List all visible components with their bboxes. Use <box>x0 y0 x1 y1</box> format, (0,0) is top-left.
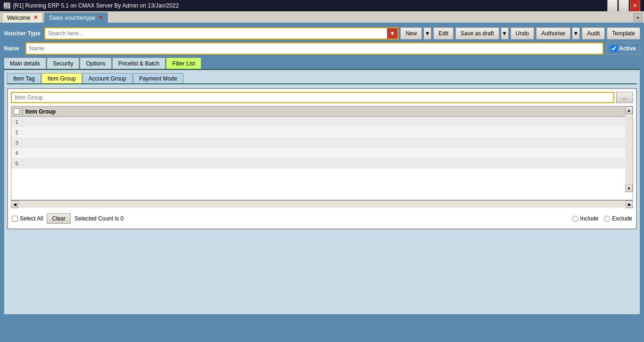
tab-filter-list[interactable]: Filter List <box>166 57 201 69</box>
table-row: 3 <box>11 138 633 148</box>
window-controls: ─ □ ✕ <box>607 0 640 12</box>
horizontal-scrollbar[interactable]: ◀ ▶ <box>11 200 633 208</box>
bottom-bar: Select All Clear Selected Count is 0 Inc… <box>11 212 633 226</box>
name-row: Name Active <box>4 42 640 55</box>
table-row: 2 <box>11 127 633 138</box>
scroll-track-v <box>625 114 633 185</box>
tab-options[interactable]: Options <box>80 57 111 69</box>
item-group-grid: Item Group 1 2 3 4 <box>11 106 633 200</box>
header-checkbox <box>11 106 23 116</box>
select-all-label: Select All <box>20 215 43 222</box>
minimize-button[interactable]: ─ <box>607 0 618 12</box>
voucher-type-label: Voucher Type <box>4 30 41 37</box>
exclude-option: Exclude <box>604 215 632 222</box>
item-group-search-row: ... <box>11 92 633 103</box>
tab-sales-vouchertype[interactable]: Sales vouchertype ✕ <box>44 12 108 23</box>
template-button[interactable]: Template <box>607 27 640 40</box>
table-row: 5 <box>11 158 633 169</box>
tab-welcome[interactable]: Welcome ✕ <box>2 12 43 23</box>
tab-sales-vouchertype-close[interactable]: ✕ <box>99 15 103 21</box>
save-as-draft-arrow[interactable]: ▼ <box>501 27 509 40</box>
new-button[interactable]: New <box>400 27 422 40</box>
save-as-draft-button[interactable]: Save as draft <box>455 27 499 40</box>
exclude-radio[interactable] <box>604 216 610 222</box>
include-radio[interactable] <box>572 216 578 222</box>
new-button-arrow[interactable]: ▼ <box>424 27 431 40</box>
maximize-button[interactable]: □ <box>619 0 629 12</box>
authorise-button[interactable]: Authorise <box>536 27 570 40</box>
filter-subtabs: Item Tag Item Group Account Group Paymen… <box>7 73 637 84</box>
voucher-toolbar: Voucher Type ▼ New ▼ Edit Save as draft … <box>4 27 640 40</box>
tab-bar: Welcome ✕ Sales vouchertype ✕ + <box>0 11 644 24</box>
scroll-down-button[interactable]: ▼ <box>625 185 633 192</box>
tab-add-button[interactable]: + <box>634 13 642 22</box>
voucher-search-input[interactable] <box>45 28 388 39</box>
item-group-search-input[interactable] <box>11 92 614 103</box>
include-label: Include <box>580 215 599 222</box>
table-row: 1 <box>11 117 633 127</box>
tab-security[interactable]: Security <box>47 57 79 69</box>
vertical-scrollbar[interactable]: ▲ ▼ <box>625 106 633 192</box>
content-panel: Item Tag Item Group Account Group Paymen… <box>4 70 640 315</box>
name-label: Name <box>4 45 23 52</box>
include-option: Include <box>572 215 599 222</box>
edit-button[interactable]: Edit <box>433 27 454 40</box>
grid-header-item-group: Item Group <box>23 106 633 116</box>
item-group-browse-button[interactable]: ... <box>616 92 633 103</box>
subtab-item-group[interactable]: Item Group <box>41 73 82 83</box>
selected-count-text: Selected Count is 0 <box>74 215 124 222</box>
title-bar: R1 [R1] Running ERP 5.1 on CMAX Server B… <box>0 0 644 11</box>
audit-button[interactable]: Audit <box>582 27 605 40</box>
tab-welcome-close[interactable]: ✕ <box>33 15 38 21</box>
select-all-checkbox[interactable] <box>12 216 18 222</box>
undo-button[interactable]: Undo <box>511 27 535 40</box>
item-group-panel: ... Item Group 1 2 <box>7 88 637 229</box>
exclude-label: Exclude <box>612 215 632 222</box>
tab-main-details[interactable]: Main details <box>4 57 46 69</box>
header-select-all-checkbox[interactable] <box>14 108 20 114</box>
main-tabs: Main details Security Options Pricelist … <box>4 57 640 70</box>
voucher-dropdown-button[interactable]: ▼ <box>387 28 397 39</box>
app-icon: R1 <box>4 2 10 9</box>
subtab-payment-mode[interactable]: Payment Mode <box>133 73 183 83</box>
close-button[interactable]: ✕ <box>630 0 640 12</box>
scroll-left-button[interactable]: ◀ <box>11 201 18 208</box>
select-all-row: Select All <box>12 215 43 222</box>
subtab-item-tag[interactable]: Item Tag <box>7 73 41 83</box>
main-content: Voucher Type ▼ New ▼ Edit Save as draft … <box>0 24 644 318</box>
grid-header: Item Group <box>11 106 633 117</box>
title-bar-text: [R1] Running ERP 5.1 on CMAX Server By A… <box>13 2 179 9</box>
scroll-track-h <box>18 201 626 208</box>
tab-pricelist-batch[interactable]: Pricelist & Batch <box>112 57 165 69</box>
active-label: Active <box>619 45 636 52</box>
tab-welcome-label: Welcome <box>7 15 31 21</box>
tab-sales-vouchertype-label: Sales vouchertype <box>49 15 96 21</box>
bottom-left: Select All Clear Selected Count is 0 <box>12 213 124 224</box>
active-checkbox-container: Active <box>606 42 640 55</box>
subtab-account-group[interactable]: Account Group <box>83 73 132 83</box>
scroll-right-button[interactable]: ▶ <box>626 201 633 208</box>
bottom-right: Include Exclude <box>572 215 632 222</box>
name-input[interactable] <box>25 42 603 55</box>
scroll-up-button[interactable]: ▲ <box>625 106 633 114</box>
active-checkbox[interactable] <box>611 45 617 52</box>
clear-button[interactable]: Clear <box>47 213 71 224</box>
table-row: 4 <box>11 148 633 158</box>
voucher-search-combo: ▼ <box>44 27 399 40</box>
authorise-arrow[interactable]: ▼ <box>572 27 580 40</box>
